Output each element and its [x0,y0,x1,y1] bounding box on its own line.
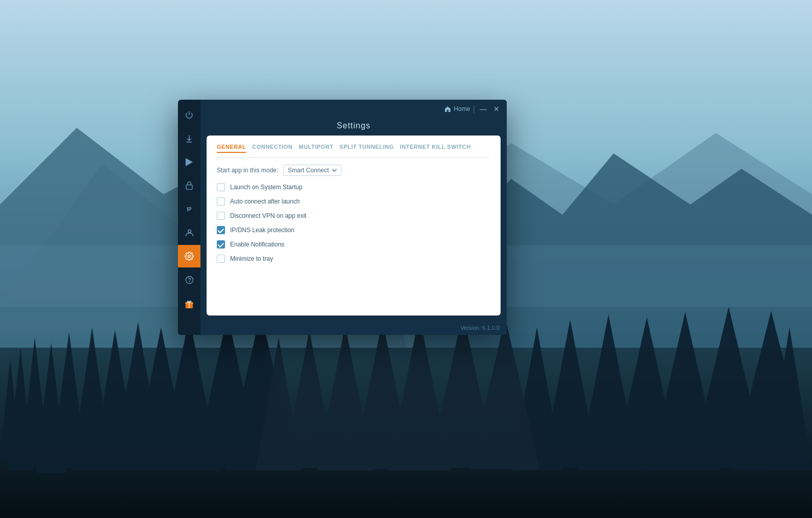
mode-select-dropdown[interactable]: Smart Connect [283,165,342,176]
titlebar-separator: | [473,105,475,113]
home-label: Home [454,105,470,112]
checkbox-launch-startup-box[interactable] [217,183,225,191]
sidebar-item-lock[interactable] [178,174,200,197]
sidebar-item-rewards[interactable] [178,293,200,316]
minimize-button[interactable]: — [478,104,488,114]
checkbox-enable-notifications[interactable]: Enable Notifications [217,240,490,249]
tab-internet-kill-switch[interactable]: INTERNET KILL SWITCH [400,144,471,153]
checkbox-ip-dns-leak-box[interactable] [217,226,225,234]
checkbox-enable-notifications-box[interactable] [217,240,225,249]
checkbox-minimize-tray[interactable]: Minimize to tray [217,255,490,263]
settings-title: Settings [200,118,507,136]
mode-value: Smart Connect [288,167,329,174]
chevron-down-icon [332,168,337,173]
sidebar-item-account[interactable] [178,221,200,244]
sidebar-item-power[interactable] [178,104,200,126]
close-button[interactable]: ✕ [491,104,502,114]
mode-label: Start app in this mode: [217,167,278,174]
tab-connection[interactable]: CONNECTION [252,144,292,153]
checkbox-auto-connect-box[interactable] [217,197,225,206]
settings-panel: GENERAL CONNECTION MULTIPORT SPLIT TUNNE… [207,136,501,316]
svg-marker-33 [186,158,193,166]
version-text: Version: 6.1.0.0 [461,325,500,331]
svg-rect-34 [186,185,192,190]
checkbox-launch-startup[interactable]: Launch on System Startup [217,183,490,191]
svg-point-36 [188,255,191,258]
sidebar-item-download[interactable] [178,127,200,150]
checkbox-disconnect-exit-label: Disconnect VPN on app exit [230,212,306,219]
sidebar-item-ip[interactable]: IP [178,198,200,220]
home-button[interactable]: Home [444,105,470,112]
settings-tabs: GENERAL CONNECTION MULTIPORT SPLIT TUNNE… [217,144,490,157]
checkbox-minimize-tray-label: Minimize to tray [230,255,273,262]
checkbox-ip-dns-leak-label: IP/DNS Leak protection [230,227,294,234]
sidebar-item-help[interactable] [178,268,200,291]
tab-general[interactable]: GENERAL [217,144,246,153]
app-window: IP [178,100,507,335]
checkbox-auto-connect[interactable]: Auto connect after launch [217,197,490,206]
checkbox-disconnect-exit-box[interactable] [217,212,225,220]
sidebar-item-settings[interactable] [178,245,200,267]
tab-multiport[interactable]: MULTIPORT [299,144,333,153]
checkbox-minimize-tray-box[interactable] [217,255,225,263]
checkbox-launch-startup-label: Launch on System Startup [230,184,302,191]
svg-point-38 [189,281,190,282]
checkbox-ip-dns-leak[interactable]: IP/DNS Leak protection [217,226,490,234]
sidebar: IP [178,100,200,335]
checkbox-list: Launch on System Startup Auto connect af… [217,183,490,263]
checkbox-enable-notifications-label: Enable Notifications [230,241,284,248]
checkbox-auto-connect-label: Auto connect after launch [230,198,300,205]
sidebar-item-play[interactable] [178,151,200,173]
main-content: Home | — ✕ Settings GENERAL CONNECTION M… [200,100,507,335]
version-bar: Version: 6.1.0.0 [200,321,507,335]
svg-point-35 [188,230,191,233]
checkbox-disconnect-exit[interactable]: Disconnect VPN on app exit [217,212,490,220]
tab-split-tunneling[interactable]: SPLIT TUNNELING [340,144,394,153]
titlebar: Home | — ✕ [200,100,507,118]
mode-row: Start app in this mode: Smart Connect [217,165,490,176]
